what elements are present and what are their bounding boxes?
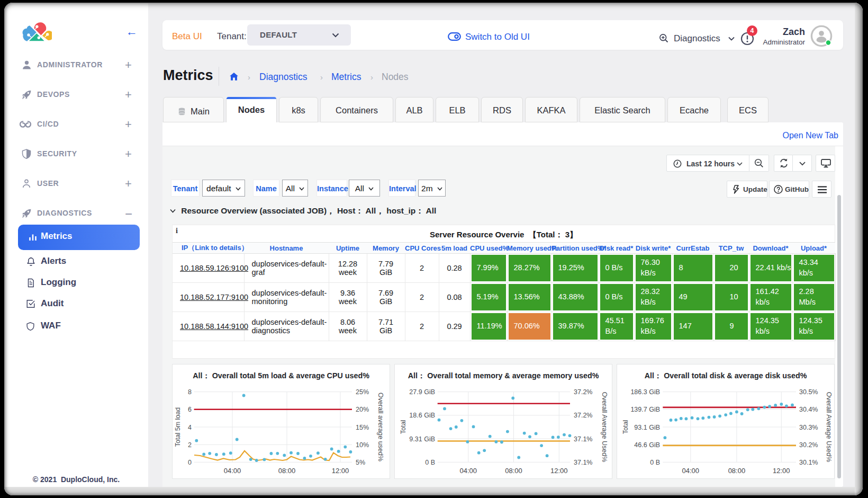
svg-text:Overall Average Used%: Overall Average Used% <box>601 392 608 462</box>
svg-text:12:00: 12:00 <box>773 467 790 475</box>
svg-text:Overall Average Used%: Overall Average Used% <box>825 392 833 462</box>
svg-text:Total 5m load: Total 5m load <box>174 407 182 447</box>
svg-text:25%: 25% <box>356 388 369 396</box>
svg-text:30.4%: 30.4% <box>799 406 818 413</box>
svg-text:0 B: 0 B <box>425 459 435 466</box>
svg-text:2: 2 <box>188 441 192 449</box>
svg-text:6: 6 <box>188 406 192 413</box>
svg-text:Total: Total <box>400 420 407 434</box>
svg-text:37.2%: 37.2% <box>574 412 592 419</box>
svg-text:4: 4 <box>188 424 192 431</box>
svg-text:15%: 15% <box>356 424 369 431</box>
svg-text:All： Overall total 5m load &: All： Overall total 5m load & average CPU… <box>193 371 369 380</box>
svg-text:0: 0 <box>188 459 192 466</box>
svg-text:Total: Total <box>622 420 629 434</box>
svg-text:18.6 GiB: 18.6 GiB <box>409 412 435 419</box>
svg-text:12:00: 12:00 <box>332 467 349 475</box>
svg-text:37.1%: 37.1% <box>574 459 592 466</box>
svg-text:30.2%: 30.2% <box>799 441 818 449</box>
svg-text:08:00: 08:00 <box>505 467 522 475</box>
svg-text:93.1 GiB: 93.1 GiB <box>634 424 660 431</box>
svg-text:08:00: 08:00 <box>278 467 296 475</box>
svg-text:37.2%: 37.2% <box>574 388 592 396</box>
svg-text:08:00: 08:00 <box>728 467 746 475</box>
svg-text:8: 8 <box>188 388 192 396</box>
svg-text:9.31 GiB: 9.31 GiB <box>409 435 435 443</box>
svg-text:04:00: 04:00 <box>224 467 241 475</box>
svg-text:04:00: 04:00 <box>460 467 477 475</box>
svg-text:04:00: 04:00 <box>682 467 700 475</box>
svg-text:All： Overall total memory & a: All： Overall total memory & average memo… <box>408 371 599 380</box>
svg-text:37.1%: 37.1% <box>574 435 592 443</box>
svg-text:30.3%: 30.3% <box>799 424 818 431</box>
svg-text:0 B: 0 B <box>650 459 660 466</box>
svg-text:Overall average used%: Overall average used% <box>377 393 384 461</box>
svg-text:30.5%: 30.5% <box>799 388 818 396</box>
svg-text:186.3 GiB: 186.3 GiB <box>630 388 660 396</box>
svg-text:12:00: 12:00 <box>550 467 568 475</box>
svg-text:5%: 5% <box>356 459 365 466</box>
svg-text:20%: 20% <box>356 406 369 413</box>
svg-text:27.9 GiB: 27.9 GiB <box>409 388 435 396</box>
svg-text:46.6 GiB: 46.6 GiB <box>634 441 660 449</box>
svg-text:139.7 GiB: 139.7 GiB <box>630 406 660 413</box>
svg-text:10%: 10% <box>356 441 369 449</box>
svg-text:All： Overall total disk & ave: All： Overall total disk & average disk u… <box>645 371 807 380</box>
svg-text:30.1%: 30.1% <box>799 459 818 466</box>
